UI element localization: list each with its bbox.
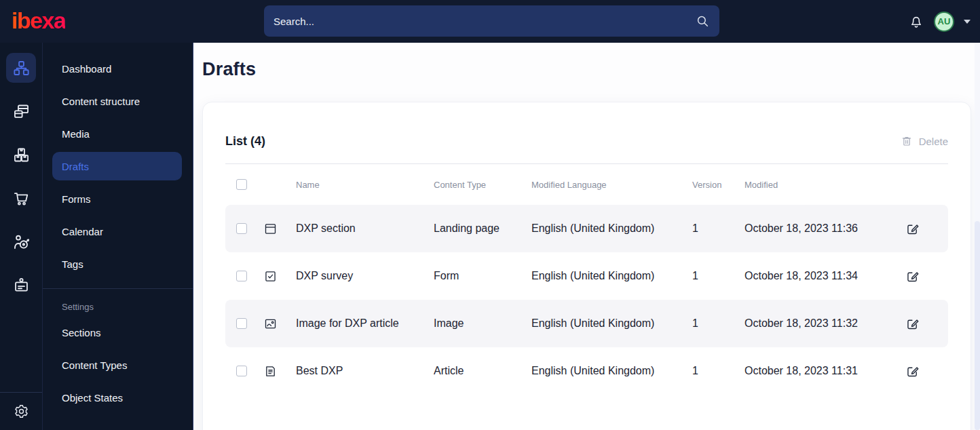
pages-icon: [12, 102, 31, 121]
draft-language: English (United Kingdom): [531, 270, 692, 282]
sidebar-item-content-types[interactable]: Content Types: [43, 349, 193, 381]
sidebar-item-forms[interactable]: Forms: [43, 182, 193, 215]
draft-version: 1: [692, 270, 745, 282]
sidebar-menu: Dashboard Content structure Media Drafts…: [42, 43, 193, 430]
column-header-content-type: Content Type: [434, 180, 531, 190]
table-row[interactable]: DXP section Landing page English (United…: [225, 205, 948, 252]
draft-language: English (United Kingdom): [531, 365, 692, 377]
draft-name: DXP survey: [296, 270, 434, 282]
row-checkbox[interactable]: [236, 366, 247, 376]
draft-content-type: Image: [434, 317, 531, 330]
list-title: List (4): [225, 134, 265, 149]
sitemap-icon: [12, 59, 31, 77]
draft-modified: October 18, 2023 11:34: [745, 270, 904, 282]
edit-draft-button[interactable]: [905, 364, 920, 378]
list-header: List (4) Delete: [225, 130, 948, 153]
draft-content-type: Form: [434, 270, 531, 282]
rail-item-content[interactable]: [6, 53, 36, 83]
draft-modified: October 18, 2023 11:32: [745, 317, 904, 330]
sidebar-item-drafts[interactable]: Drafts: [52, 152, 182, 180]
draft-modified: October 18, 2023 11:31: [745, 365, 904, 377]
app-window: ibexa AU: [0, 0, 980, 430]
draft-content-type: Landing page: [434, 222, 531, 235]
target-person-icon: [12, 233, 31, 251]
ibexa-logo: ibexa: [12, 9, 65, 35]
draft-language: English (United Kingdom): [531, 222, 692, 235]
sidebar-item-object-states[interactable]: Object States: [43, 381, 193, 414]
sidebar-settings-header: Settings: [43, 297, 193, 316]
rail-item-products[interactable]: [6, 140, 36, 170]
draft-language: English (United Kingdom): [531, 317, 692, 330]
table-header-row: Name Content Type Modified Language Vers…: [225, 164, 948, 205]
draft-modified: October 18, 2023 11:36: [745, 222, 904, 235]
sidebar-item-media[interactable]: Media: [43, 117, 193, 150]
draft-version: 1: [692, 365, 745, 377]
cart-icon: [12, 189, 31, 208]
search-icon[interactable]: [695, 14, 710, 28]
select-all-checkbox[interactable]: [236, 179, 247, 190]
edit-draft-button[interactable]: [905, 222, 920, 236]
topbar: ibexa AU: [0, 0, 980, 43]
draft-name: Image for DXP article: [296, 317, 434, 330]
draft-name: DXP section: [296, 222, 434, 235]
edit-draft-button[interactable]: [905, 269, 920, 284]
trash-icon: [901, 135, 913, 147]
edit-icon: [905, 364, 920, 378]
table-row[interactable]: DXP survey Form English (United Kingdom)…: [225, 252, 948, 300]
gear-icon: [14, 404, 29, 419]
form-icon: [263, 269, 278, 284]
table-row[interactable]: Image for DXP article Image English (Uni…: [225, 300, 948, 347]
icon-rail: [0, 43, 42, 430]
row-checkbox[interactable]: [236, 271, 247, 281]
delete-button-label: Delete: [919, 136, 948, 147]
sidebar-settings-group: Settings Sections Content Types Object S…: [43, 288, 193, 414]
row-checkbox[interactable]: [236, 223, 247, 234]
sidebar-item-calendar[interactable]: Calendar: [43, 215, 193, 248]
image-icon: [263, 317, 278, 331]
boxes-icon: [12, 146, 31, 164]
draft-version: 1: [692, 317, 745, 330]
sidebar-item-dashboard[interactable]: Dashboard: [43, 52, 193, 85]
global-search: [264, 5, 719, 37]
edit-icon: [905, 317, 920, 331]
column-header-name: Name: [296, 180, 434, 190]
delete-button[interactable]: Delete: [901, 135, 948, 147]
column-header-modified-language: Modified Language: [531, 180, 692, 190]
edit-icon: [905, 269, 920, 284]
draft-content-type: Article: [434, 365, 531, 377]
main-content: Drafts List (4) Delete Name Content Type: [193, 43, 980, 430]
rail-item-commerce[interactable]: [6, 183, 36, 213]
drafts-card: List (4) Delete Name Content Type Modifi…: [202, 102, 971, 430]
rail-item-pages[interactable]: [6, 96, 36, 126]
page-scrollbar[interactable]: [975, 43, 980, 430]
sidebar-item-content-structure[interactable]: Content structure: [43, 85, 193, 117]
draft-name: Best DXP: [296, 365, 434, 377]
rail-item-admin[interactable]: [0, 392, 42, 430]
row-checkbox[interactable]: [236, 318, 247, 329]
badge-icon: [12, 276, 31, 294]
page-title: Drafts: [202, 58, 971, 81]
scrollbar-thumb[interactable]: [975, 221, 980, 430]
article-icon: [263, 364, 278, 378]
draft-version: 1: [692, 222, 745, 235]
landing-page-icon: [263, 222, 278, 236]
avatar[interactable]: AU: [934, 12, 954, 32]
rail-item-marketing[interactable]: [6, 227, 36, 256]
column-header-modified: Modified: [745, 180, 904, 190]
notifications-bell-icon[interactable]: [908, 14, 924, 30]
topbar-right: AU: [908, 0, 970, 43]
edit-icon: [905, 222, 920, 236]
user-menu-caret-icon[interactable]: [964, 20, 970, 24]
sidebar-item-tags[interactable]: Tags: [43, 248, 193, 280]
edit-draft-button[interactable]: [905, 317, 920, 331]
rail-item-corporate[interactable]: [6, 270, 36, 300]
search-input[interactable]: [274, 16, 695, 27]
table-row[interactable]: Best DXP Article English (United Kingdom…: [225, 347, 948, 395]
column-header-version: Version: [692, 180, 745, 190]
sidebar-item-sections[interactable]: Sections: [43, 316, 193, 349]
